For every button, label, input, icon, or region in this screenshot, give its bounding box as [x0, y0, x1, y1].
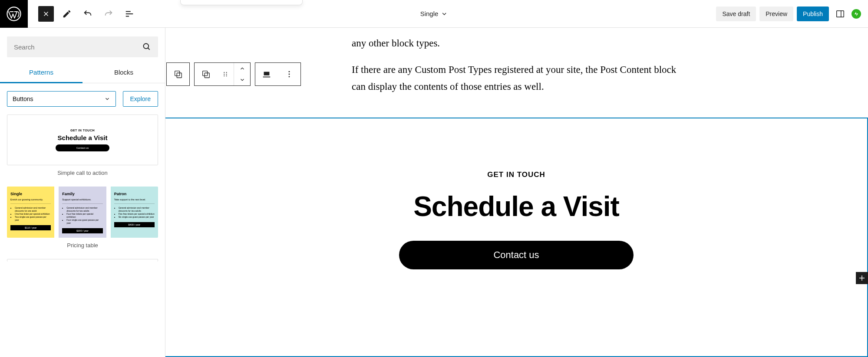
col-sub: Enrich our growing community.	[10, 198, 51, 201]
toolbar-left	[28, 6, 148, 22]
chevron-down-icon	[104, 96, 110, 102]
search-box[interactable]	[7, 36, 158, 57]
drag-handle[interactable]	[217, 63, 234, 85]
post-content[interactable]: any other block types. If there are any …	[317, 28, 716, 118]
col-features: General admission and member discounts f…	[10, 206, 51, 222]
svg-rect-6	[203, 71, 208, 76]
edit-tool-icon[interactable]	[59, 6, 75, 22]
svg-point-9	[224, 74, 224, 75]
col-price: $110 / year	[10, 225, 51, 230]
undo-button[interactable]	[80, 6, 96, 22]
svg-point-16	[289, 71, 290, 72]
svg-rect-1	[837, 10, 844, 17]
svg-rect-14	[264, 72, 270, 75]
document-overview-button[interactable]	[122, 6, 137, 22]
add-block-button[interactable]	[856, 272, 868, 284]
svg-point-12	[226, 74, 227, 75]
svg-point-3	[144, 44, 149, 49]
settings-sidebar-toggle[interactable]	[832, 6, 848, 22]
editor-canvas[interactable]: any other block types. If there are any …	[165, 28, 868, 357]
col-title: Single	[10, 192, 51, 196]
parent-block-button[interactable]	[167, 63, 189, 85]
template-title[interactable]: Single	[420, 10, 448, 17]
svg-rect-4	[175, 71, 180, 76]
feature: Two single-use guest passes per year	[15, 216, 51, 222]
move-up-button[interactable]	[234, 63, 250, 74]
pricing-col: Single Enrich our growing community. Gen…	[7, 187, 54, 238]
pattern-item-label: Pricing table	[7, 242, 158, 249]
pattern-category-select[interactable]: Buttons	[7, 91, 116, 107]
cta-heading[interactable]: Schedule a Visit	[413, 190, 619, 223]
feature: General admission and member discounts f…	[15, 206, 51, 213]
block-toolbar	[166, 62, 305, 86]
preview-button[interactable]: Preview	[759, 7, 793, 21]
svg-rect-15	[263, 77, 271, 78]
close-inserter-button[interactable]	[38, 6, 54, 22]
save-draft-button[interactable]: Save draft	[716, 7, 756, 21]
svg-rect-7	[205, 73, 209, 78]
svg-point-8	[224, 72, 224, 73]
inserter-sidebar: Patterns Blocks Buttons Explore GET IN T…	[0, 28, 165, 357]
svg-point-18	[289, 76, 290, 77]
top-toolbar: Single Save draft Preview Publish	[0, 0, 868, 28]
preview-overline: GET IN TOUCH	[70, 129, 95, 132]
pattern-item-partial[interactable]	[7, 259, 158, 262]
align-button[interactable]	[255, 63, 278, 85]
pattern-item-simple-cta[interactable]: GET IN TOUCH Schedule a Visit Contact us	[7, 115, 158, 165]
feature: General admission and member discounts f…	[66, 206, 102, 213]
svg-point-11	[226, 72, 227, 73]
command-palette-stub[interactable]	[180, 0, 303, 5]
col-sub: Support special exhibitions.	[62, 198, 102, 201]
move-down-button[interactable]	[234, 74, 250, 85]
redo-button[interactable]	[101, 6, 116, 22]
pattern-preview: Single Enrich our growing community. Gen…	[7, 187, 158, 238]
pattern-filter-row: Buttons Explore	[0, 83, 165, 115]
col-price: $200 / year	[62, 228, 102, 233]
feature: Four single-use guest passes per year	[66, 219, 102, 225]
pattern-preview: GET IN TOUCH Schedule a Visit Contact us	[7, 115, 158, 165]
col-features: General admission and member discounts f…	[62, 206, 102, 225]
col-title: Family	[62, 192, 102, 196]
feature: Four free tickets per special exhibition	[66, 213, 102, 219]
svg-point-10	[224, 75, 224, 76]
inserter-tabs: Patterns Blocks	[0, 62, 165, 83]
selected-group-block[interactable]: GET IN TOUCH Schedule a Visit Contact us	[165, 118, 868, 357]
col-features: General admission and member discounts f…	[114, 206, 155, 219]
search-input[interactable]	[14, 43, 142, 51]
preview-heading: Schedule a Visit	[58, 134, 108, 141]
publish-button[interactable]: Publish	[797, 7, 829, 21]
search-icon	[142, 43, 151, 51]
pattern-category-selected: Buttons	[13, 95, 33, 102]
feature: One free ticket per special exhibition	[15, 213, 51, 216]
toolbar-right: Save draft Preview Publish	[716, 6, 868, 22]
patterns-list: GET IN TOUCH Schedule a Visit Contact us…	[0, 115, 165, 266]
col-sub: Take support to the next level.	[114, 198, 155, 201]
chevron-down-icon	[441, 10, 448, 17]
pricing-col: Patron Take support to the next level. G…	[111, 187, 158, 238]
wordpress-logo[interactable]	[0, 0, 28, 28]
col-title: Patron	[114, 192, 155, 196]
pattern-item-pricing-table[interactable]: Single Enrich our growing community. Gen…	[7, 187, 158, 238]
preview-button: Contact us	[56, 144, 110, 151]
block-type-button[interactable]	[195, 63, 217, 85]
paragraph[interactable]: If there are any Custom Post Types regis…	[352, 61, 682, 95]
template-title-label: Single	[420, 10, 439, 17]
paragraph[interactable]: any other block types.	[352, 35, 682, 52]
feature: General admission and member discounts f…	[119, 206, 155, 213]
feature: Six single-use guest passes per year	[119, 216, 155, 219]
pattern-item-label: Simple call to action	[7, 170, 158, 176]
feature: Five free tickets per special exhibition	[119, 213, 155, 216]
svg-rect-5	[177, 73, 182, 78]
tab-blocks[interactable]: Blocks	[83, 62, 165, 83]
svg-point-13	[226, 75, 227, 76]
col-price: $400 / year	[114, 222, 155, 227]
block-movers	[234, 63, 250, 85]
pricing-col: Family Support special exhibitions. Gene…	[59, 187, 106, 238]
svg-point-17	[289, 74, 290, 75]
jetpack-icon[interactable]	[851, 9, 861, 19]
block-options-button[interactable]	[278, 63, 300, 85]
cta-overline[interactable]: GET IN TOUCH	[487, 170, 545, 179]
cta-button[interactable]: Contact us	[399, 241, 634, 269]
explore-patterns-button[interactable]: Explore	[123, 91, 158, 107]
tab-patterns[interactable]: Patterns	[0, 62, 83, 83]
